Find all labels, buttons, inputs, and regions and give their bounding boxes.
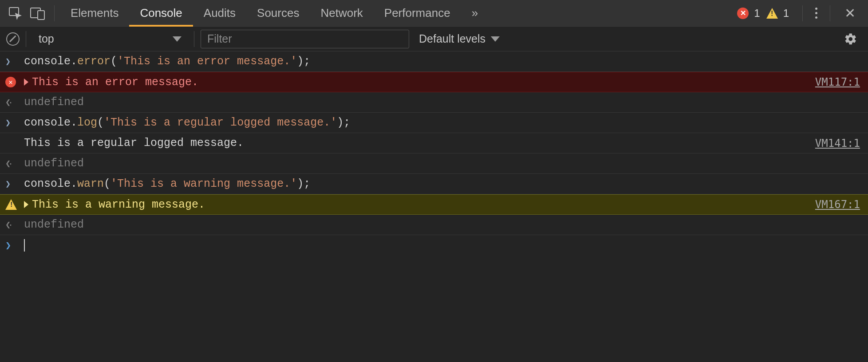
error-icon: ✕ [5, 77, 16, 87]
source-link[interactable]: VM117:1 [815, 76, 860, 88]
panel-tabs: Elements Console Audits Sources Network … [60, 0, 489, 26]
tab-label: Sources [257, 6, 299, 20]
error-count: 1 [754, 7, 760, 20]
return-value: undefined [24, 218, 84, 231]
console-log-row[interactable]: This is a regular logged message. VM141:… [0, 133, 868, 153]
context-label: top [39, 32, 54, 45]
warning-badge-icon: ! [766, 8, 778, 19]
error-message: This is an error message. [32, 76, 198, 89]
expand-arrow-icon[interactable] [24, 201, 28, 208]
svg-rect-2 [38, 11, 44, 20]
separator [194, 31, 194, 47]
code-line: console.log('This is a regular logged me… [24, 116, 860, 129]
tab-label: Audits [204, 6, 236, 20]
warning-message: This is a warning message. [32, 198, 205, 211]
code-line: console.warn('This is a warning message.… [24, 177, 860, 190]
tab-label: Elements [71, 6, 118, 20]
close-devtools-button[interactable]: ✕ [836, 5, 864, 21]
return-chevron-icon [5, 219, 24, 230]
row-gutter: ✕ [5, 77, 24, 87]
text-caret [24, 239, 25, 252]
console-prompt[interactable] [0, 235, 868, 256]
console-log-area: console.error('This is an error message.… [0, 51, 868, 256]
tab-sources[interactable]: Sources [246, 0, 310, 26]
status-badges[interactable]: ✕ 1 ! 1 [737, 7, 792, 20]
warning-icon: ! [5, 199, 17, 210]
log-levels-select[interactable]: Default levels [415, 32, 503, 45]
execution-context-select[interactable]: top [32, 30, 188, 48]
input-chevron-icon [5, 56, 24, 67]
tab-label: Performance [384, 6, 450, 20]
return-value: undefined [24, 157, 84, 170]
inspect-element-icon[interactable] [4, 3, 27, 24]
input-chevron-icon [5, 117, 24, 128]
separator [802, 5, 803, 21]
console-return-row: undefined [0, 153, 868, 174]
tab-performance[interactable]: Performance [374, 0, 461, 26]
error-badge-icon: ✕ [737, 8, 749, 19]
console-toolbar: top Default levels [0, 27, 868, 51]
levels-label: Default levels [419, 32, 485, 45]
devtools-tabbar: Elements Console Audits Sources Network … [0, 0, 868, 27]
clear-console-button[interactable] [6, 32, 20, 46]
input-chevron-icon [5, 178, 24, 189]
device-toggle-icon[interactable] [27, 3, 49, 24]
warning-count: 1 [783, 7, 789, 20]
separator [830, 5, 830, 21]
log-message: This is a regular logged message. [24, 137, 244, 150]
console-settings-button[interactable] [840, 32, 862, 46]
tabs-overflow-button[interactable]: » [461, 0, 489, 26]
separator [26, 31, 26, 47]
return-value: undefined [24, 96, 84, 109]
tab-label: Network [320, 6, 363, 20]
console-error-row[interactable]: ✕ This is an error message. VM117:1 [0, 72, 868, 92]
chevron-down-icon [491, 36, 500, 42]
console-warning-row[interactable]: ! This is a warning message. VM167:1 [0, 194, 868, 215]
filter-input[interactable] [201, 30, 409, 48]
return-chevron-icon [5, 158, 24, 169]
more-menu-button[interactable] [809, 8, 824, 19]
tab-network[interactable]: Network [310, 0, 373, 26]
console-input-row[interactable]: console.log('This is a regular logged me… [0, 113, 868, 133]
code-line: console.error('This is an error message.… [24, 55, 860, 68]
separator [54, 5, 55, 21]
tab-console[interactable]: Console [129, 0, 193, 26]
chevron-down-icon [173, 36, 181, 42]
prompt-chevron-icon [5, 240, 24, 252]
return-chevron-icon [5, 97, 24, 108]
expand-arrow-icon[interactable] [24, 79, 28, 86]
source-link[interactable]: VM141:1 [815, 137, 860, 150]
console-input-row[interactable]: console.warn('This is a warning message.… [0, 174, 868, 194]
tab-label: Console [140, 6, 182, 20]
console-return-row: undefined [0, 215, 868, 235]
chevron-double-right-icon: » [472, 6, 478, 20]
console-return-row: undefined [0, 92, 868, 113]
tab-elements[interactable]: Elements [60, 0, 129, 26]
row-gutter: ! [5, 199, 24, 210]
console-input-row[interactable]: console.error('This is an error message.… [0, 51, 868, 72]
source-link[interactable]: VM167:1 [815, 198, 860, 211]
tab-audits[interactable]: Audits [193, 0, 246, 26]
